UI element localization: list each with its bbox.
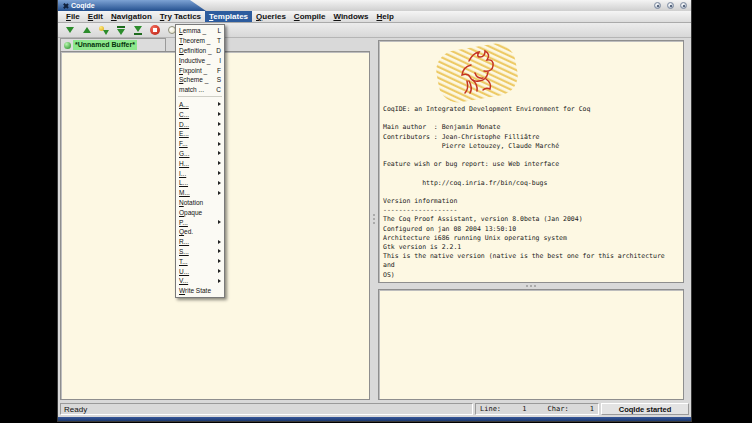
- templates-menu-item[interactable]: Inductive _ I: [176, 55, 224, 65]
- go-to-end-icon: [134, 26, 142, 32]
- status-bar: Ready Line: 1 Char: 1 CoqIde started: [58, 402, 691, 416]
- menu-item[interactable]: Queries: [252, 11, 290, 22]
- submenu-arrow-icon: [218, 220, 221, 224]
- templates-menu-item[interactable]: E...: [176, 129, 224, 139]
- templates-menu-item[interactable]: U...: [176, 266, 224, 276]
- line-char-indicator: Line: 1 Char: 1: [475, 403, 599, 415]
- toolbar: [58, 23, 691, 38]
- submenu-arrow-icon: [218, 142, 221, 146]
- templates-menu-item[interactable]: Scheme _ S: [176, 75, 224, 85]
- message-panel[interactable]: [378, 289, 684, 400]
- line-value: 1: [522, 405, 526, 413]
- menu-bar: File Edit Navigation Try Tactics Templat…: [58, 11, 691, 23]
- menu-item[interactable]: File: [62, 11, 84, 22]
- go-to-cursor-icon: [99, 25, 109, 35]
- templates-menu-item[interactable]: T...: [176, 256, 224, 266]
- goal-panel[interactable]: CoqIDE: an Integrated Development Enviro…: [378, 40, 684, 283]
- menu-item[interactable]: Try Tactics: [156, 11, 205, 22]
- backward-button[interactable]: [80, 24, 94, 37]
- menu-shortcut: T: [217, 37, 221, 44]
- menu-item[interactable]: Edit: [84, 11, 107, 22]
- templates-menu-item[interactable]: [178, 96, 222, 99]
- templates-menu-item[interactable]: Notation: [176, 198, 224, 208]
- templates-menu-item[interactable]: Lemma _ L: [176, 26, 224, 36]
- coqide-window: Coqide File Edit Navigation Try Tactics: [58, 0, 691, 421]
- coqide-about-text: CoqIDE: an Integrated Development Enviro…: [379, 103, 683, 282]
- char-value: 1: [590, 405, 594, 413]
- submenu-arrow-icon: [218, 151, 221, 155]
- templates-menu-item[interactable]: C...: [176, 109, 224, 119]
- submenu-arrow-icon: [218, 191, 221, 195]
- menu-shortcut: F: [217, 67, 221, 74]
- main-content: *Unnamed Buffer*: [58, 38, 691, 402]
- menu-item[interactable]: Windows: [329, 11, 372, 22]
- backward-up-arrow-icon: [83, 27, 91, 33]
- submenu-arrow-icon: [218, 161, 221, 165]
- templates-menu-item[interactable]: S...: [176, 247, 224, 257]
- forward-down-arrow-icon: [66, 27, 74, 33]
- forward-button[interactable]: [63, 24, 77, 37]
- submenu-arrow-icon: [218, 181, 221, 185]
- submenu-arrow-icon: [218, 269, 221, 273]
- templates-menu-item[interactable]: R...: [176, 237, 224, 247]
- minimize-button-icon[interactable]: [654, 2, 661, 9]
- templates-menu-item[interactable]: I...: [176, 168, 224, 178]
- char-label: Char:: [548, 405, 569, 413]
- interrupt-stop-icon: [150, 25, 160, 35]
- menu-item[interactable]: Compile: [290, 11, 330, 22]
- templates-menu-item[interactable]: Theorem _ T: [176, 36, 224, 46]
- title-tab[interactable]: Coqide: [58, 0, 206, 11]
- templates-menu-item[interactable]: M...: [176, 188, 224, 198]
- templates-menu-item[interactable]: P...: [176, 217, 224, 227]
- templates-menu-item[interactable]: G...: [176, 149, 224, 159]
- coqide-started-badge: CoqIde started: [601, 403, 689, 415]
- close-button-icon[interactable]: [680, 2, 687, 9]
- menu-shortcut: D: [216, 47, 221, 54]
- buffer-tab[interactable]: *Unnamed Buffer*: [60, 38, 166, 51]
- menu-shortcut: I: [219, 57, 221, 64]
- line-label: Line:: [480, 405, 501, 413]
- submenu-arrow-icon: [218, 171, 221, 175]
- app-icon: [62, 3, 68, 9]
- templates-menu-item[interactable]: L...: [176, 178, 224, 188]
- menu-shortcut: C: [216, 86, 221, 93]
- interrupt-button[interactable]: [148, 24, 162, 37]
- submenu-arrow-icon: [218, 279, 221, 283]
- menu-item[interactable]: Navigation: [107, 11, 156, 22]
- templates-menu-item[interactable]: F...: [176, 139, 224, 149]
- goto-cursor-button[interactable]: [97, 24, 111, 37]
- templates-menu-item[interactable]: Fixpoint _ F: [176, 65, 224, 75]
- right-pane: CoqIDE: an Integrated Development Enviro…: [378, 38, 684, 400]
- restart-button[interactable]: [114, 24, 128, 37]
- templates-menu-item[interactable]: V...: [176, 276, 224, 286]
- submenu-arrow-icon: [218, 249, 221, 253]
- menu-shortcut: S: [217, 76, 221, 83]
- goto-end-button[interactable]: [131, 24, 145, 37]
- submenu-arrow-icon: [218, 112, 221, 116]
- buffer-tab-label: *Unnamed Buffer*: [73, 40, 137, 50]
- templates-menu-item[interactable]: Definition _ D: [176, 46, 224, 56]
- menu-item[interactable]: Templates: [205, 11, 252, 22]
- templates-menu-item[interactable]: A...: [176, 100, 224, 110]
- restart-from-top-icon: [117, 26, 125, 28]
- submenu-arrow-icon: [218, 122, 221, 126]
- coq-rooster-logo: [431, 43, 523, 103]
- status-message: Ready: [60, 403, 473, 415]
- buffer-status-icon: [64, 42, 71, 49]
- window-title: Coqide: [71, 0, 95, 11]
- menu-shortcut: L: [217, 27, 221, 34]
- submenu-arrow-icon: [218, 259, 221, 263]
- templates-menu-item[interactable]: D...: [176, 119, 224, 129]
- window-bottom-border: [58, 417, 691, 421]
- title-bar[interactable]: Coqide: [58, 0, 691, 11]
- templates-menu-item[interactable]: Opaque: [176, 207, 224, 217]
- templates-menu-item[interactable]: Write State: [176, 286, 224, 296]
- menu-item[interactable]: Help: [372, 11, 397, 22]
- maximize-button-icon[interactable]: [667, 2, 674, 9]
- templates-menu-item[interactable]: Qed.: [176, 227, 224, 237]
- templates-dropdown-menu: Lemma _ L Theorem _ T Definition _ D: [175, 24, 225, 298]
- vertical-splitter[interactable]: [370, 38, 378, 400]
- templates-menu-item[interactable]: match ... C: [176, 85, 224, 95]
- templates-menu-item[interactable]: H...: [176, 158, 224, 168]
- submenu-arrow-icon: [218, 102, 221, 106]
